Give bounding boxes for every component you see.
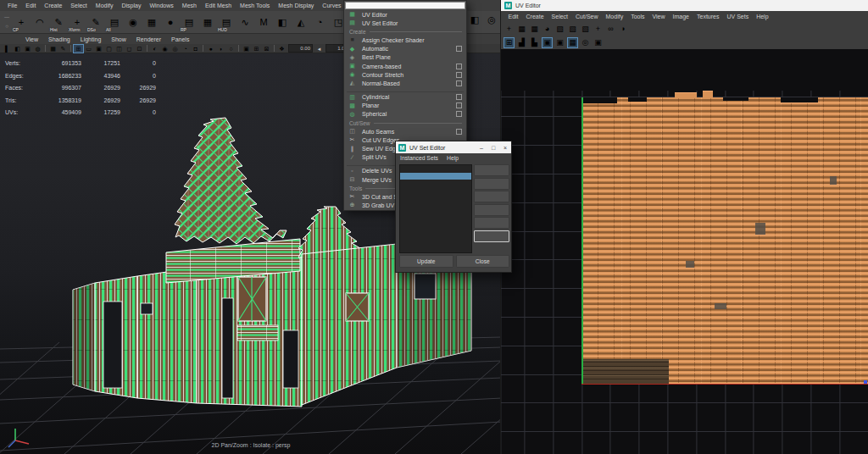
viewport-toolbar-icon[interactable]: ▭ bbox=[84, 45, 93, 53]
dialog-menu-item[interactable]: Instanced Sets bbox=[400, 155, 438, 161]
uv-toolbar-icon[interactable]: + bbox=[504, 24, 515, 35]
viewport-toolbar-icon[interactable] bbox=[70, 45, 71, 52]
shelf-collapse-handle[interactable]: —○ bbox=[2, 13, 12, 31]
uv-editor-menu-item[interactable]: Tools bbox=[627, 14, 648, 19]
uv-toolbar-icon[interactable]: ◗ bbox=[618, 24, 629, 35]
uv-editor-menu-item[interactable]: Cut/Sew bbox=[572, 14, 602, 19]
viewport-toolbar-icon[interactable] bbox=[203, 45, 203, 52]
shelf-icon[interactable]: +Xform bbox=[68, 13, 86, 32]
uv-toolbar-icon[interactable]: + bbox=[593, 24, 604, 35]
menu-item[interactable]: Curves bbox=[318, 3, 345, 8]
viewport-toolbar-icon[interactable]: ▣ bbox=[94, 45, 103, 53]
close-icon[interactable]: × bbox=[499, 145, 511, 151]
uv-menu-item[interactable]: ◉ Contour Stretch bbox=[344, 70, 466, 79]
uv-display-toggle-icon[interactable]: ▙ bbox=[529, 37, 540, 48]
menu-item[interactable]: Mesh bbox=[178, 3, 201, 8]
panel-menu-item[interactable]: Panels bbox=[166, 36, 194, 42]
shelf-icon[interactable]: ✎DSo bbox=[86, 13, 105, 32]
menu-item[interactable]: Windows bbox=[145, 3, 177, 8]
uv-menu-item[interactable]: ▣ Camera-based bbox=[344, 62, 466, 70]
pan-value-field[interactable]: 0.00 bbox=[288, 44, 313, 53]
uv-toolbar-icon[interactable]: ▧ bbox=[580, 24, 591, 35]
shelf-icon[interactable]: ● bbox=[161, 13, 180, 32]
shelf-icon[interactable]: ◧ bbox=[468, 13, 481, 26]
shelf-icon[interactable]: ◠ bbox=[31, 13, 49, 32]
uv-display-toggle-icon[interactable]: ▣ bbox=[554, 37, 565, 48]
viewport-toolbar-icon[interactable]: ❖ bbox=[277, 45, 287, 53]
uv-toolbar-icon[interactable]: ▦ bbox=[516, 24, 527, 35]
menu-item[interactable]: File bbox=[3, 3, 21, 8]
uv-menu-item[interactable]: ◆ Automatic bbox=[344, 45, 466, 53]
viewport-toolbar-icon[interactable]: ▦ bbox=[48, 45, 58, 53]
uv-editor-menu-item[interactable]: Select bbox=[548, 14, 571, 19]
viewport-toolbar-icon[interactable]: ⊞ bbox=[252, 45, 261, 53]
viewport-toolbar-icon[interactable]: ◍ bbox=[33, 45, 42, 53]
panel-menu-item[interactable]: Lighting bbox=[75, 36, 107, 42]
viewport-toolbar-icon[interactable]: ⊞ bbox=[74, 45, 83, 53]
uv-set-list-item[interactable] bbox=[400, 173, 471, 180]
uv-editor-menu-item[interactable]: Image bbox=[669, 14, 693, 19]
option-box-icon[interactable] bbox=[456, 129, 462, 135]
menu-item[interactable]: Mesh Tools bbox=[236, 3, 274, 8]
uv-canvas[interactable] bbox=[501, 49, 868, 454]
viewport-toolbar-icon[interactable] bbox=[238, 45, 239, 52]
option-box-icon[interactable] bbox=[456, 111, 462, 117]
option-box-icon[interactable] bbox=[456, 64, 462, 69]
viewport-toolbar-icon[interactable]: ◗ bbox=[216, 45, 225, 53]
uv-menu-item[interactable]: ◫ Auto Seams bbox=[344, 127, 466, 136]
menu-item[interactable]: Edit Mesh bbox=[201, 3, 236, 8]
uv-menu-item[interactable] bbox=[347, 89, 464, 92]
viewport-toolbar-icon[interactable]: ◉ bbox=[160, 45, 170, 53]
dialog-footer-button[interactable]: Update bbox=[399, 255, 453, 268]
shelf-icon[interactable]: ▤All bbox=[105, 13, 124, 32]
shelf-icon[interactable]: ◎ bbox=[485, 13, 498, 26]
shelf-icon[interactable]: ▦ bbox=[198, 13, 217, 32]
uv-editor-menu-item[interactable]: UV Sets bbox=[723, 14, 753, 19]
viewport-toolbar-icon[interactable]: ◘ bbox=[191, 45, 200, 53]
zoom-reset-icon[interactable]: ◂ bbox=[314, 45, 324, 53]
dialog-button[interactable] bbox=[474, 204, 509, 216]
shelf-icon[interactable]: +CP bbox=[12, 13, 31, 32]
viewport-toolbar-icon[interactable]: ◧ bbox=[13, 45, 22, 53]
panel-menu-item[interactable]: Shading bbox=[43, 36, 75, 42]
uv-menu-item[interactable]: ◭ Normal-Based bbox=[344, 79, 466, 87]
dialog-button[interactable] bbox=[474, 230, 509, 242]
uv-editor-menu-item[interactable]: Edit bbox=[504, 14, 522, 19]
shelf-icon[interactable]: ▤HUD bbox=[217, 13, 236, 32]
dialog-button[interactable] bbox=[474, 217, 509, 229]
uv-editor-menu-item[interactable]: Textures bbox=[693, 14, 723, 19]
shelf-icon[interactable]: ◧ bbox=[273, 13, 292, 32]
shelf-icon[interactable]: ▤RP bbox=[180, 13, 198, 32]
viewport-toolbar-icon[interactable]: ▣ bbox=[23, 45, 32, 53]
viewport-toolbar-icon[interactable]: ◻ bbox=[125, 45, 134, 53]
dialog-button[interactable] bbox=[474, 191, 509, 202]
uv-display-toggle-icon[interactable]: ▣ bbox=[542, 37, 553, 48]
uv-shell-texture[interactable] bbox=[581, 97, 868, 384]
viewport-toolbar-icon[interactable]: ▌ bbox=[3, 45, 12, 53]
panel-menu-item[interactable]: View bbox=[20, 36, 43, 42]
viewport-toolbar-icon[interactable]: ⊡ bbox=[135, 45, 144, 53]
uv-toolbar-icon[interactable]: ▧ bbox=[567, 24, 578, 35]
viewport-toolbar-icon[interactable] bbox=[147, 45, 147, 52]
shelf-icon[interactable]: ▦ bbox=[142, 13, 161, 32]
uv-menu-item[interactable]: ▤ UV Set Editor bbox=[344, 19, 466, 27]
menu-item[interactable]: Create bbox=[40, 3, 66, 8]
uv-toolbar-icon[interactable]: ◕ bbox=[542, 24, 553, 35]
viewport-toolbar-icon[interactable] bbox=[274, 45, 275, 52]
dialog-menu-item[interactable]: Help bbox=[447, 155, 459, 161]
uv-editor-menu-item[interactable]: Create bbox=[522, 14, 548, 19]
viewport-toolbar-icon[interactable]: ▢ bbox=[104, 45, 114, 53]
uv-set-list-item[interactable] bbox=[400, 165, 471, 173]
dialog-titlebar[interactable]: M UV Set Editor – □ × bbox=[396, 141, 511, 153]
uv-display-toggle-icon[interactable]: ▟ bbox=[516, 37, 527, 48]
menu-item[interactable]: Edit bbox=[21, 3, 40, 8]
shelf-icon[interactable]: ∿ bbox=[236, 13, 254, 32]
uv-menu-item[interactable]: ◍ Spherical bbox=[344, 110, 466, 119]
viewport-toolbar-icon[interactable]: ◐ bbox=[150, 45, 159, 53]
uv-display-toggle-icon[interactable]: ◎ bbox=[580, 37, 591, 48]
viewport-toolbar-icon[interactable]: ○ bbox=[226, 45, 236, 53]
panel-menu-item[interactable]: Show bbox=[106, 36, 131, 42]
uv-menu-item[interactable]: ◈ Best Plane bbox=[344, 53, 466, 62]
uv-menu-item[interactable]: ▥ Cylindrical bbox=[344, 93, 466, 102]
uv-editor-titlebar[interactable]: M UV Editor bbox=[501, 0, 868, 11]
